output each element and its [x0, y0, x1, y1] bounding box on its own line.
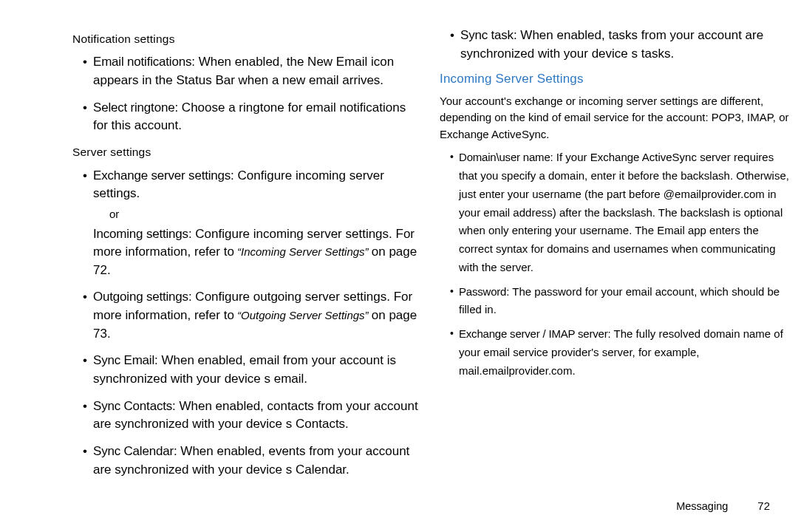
- notification-settings-heading: Notification settings: [72, 31, 423, 47]
- outgoing-settings-term: Outgoing settings: [93, 290, 188, 304]
- footer-section: Messaging: [676, 500, 728, 512]
- list-item: Outgoing settings: Configure outgoing se…: [83, 288, 423, 343]
- list-item: Sync Email: When enabled, email from you…: [83, 352, 423, 388]
- password-term: Password: [459, 285, 506, 298]
- domain-username-term: Domain\user name: [459, 151, 550, 163]
- list-item: Exchange server settings: Configure inco…: [83, 167, 423, 280]
- server-settings-heading: Server settings: [72, 144, 423, 160]
- exchange-imap-server-term: Exchange server / IMAP server: [459, 327, 608, 340]
- sync-contacts-term: Sync Contacts: [93, 399, 172, 413]
- email-notifications-term: Email notifications: [93, 55, 191, 69]
- incoming-settings-xref: “Incoming Server Settings”: [234, 245, 372, 258]
- select-ringtone-term: Select ringtone: [93, 100, 174, 115]
- sync-email-term: Sync Email: [93, 353, 154, 367]
- list-item: Exchange server / IMAP server: The fully…: [450, 325, 791, 380]
- or-label: or: [109, 206, 423, 222]
- sync-task-term: Sync task: [460, 28, 514, 42]
- incoming-server-settings-heading: Incoming Server Settings: [440, 70, 791, 89]
- sync-calendar-term: Sync Calendar: [93, 444, 174, 458]
- notification-settings-list: Email notifications: When enabled, the N…: [72, 53, 423, 135]
- list-item: Email notifications: When enabled, the N…: [83, 53, 423, 89]
- incoming-settings-row: Incoming settings: Configure incoming se…: [93, 225, 423, 280]
- footer-page-number: 72: [757, 499, 770, 512]
- incoming-server-intro: Your account's exchange or incoming serv…: [440, 93, 791, 143]
- page: Notification settings Email notification…: [0, 0, 798, 532]
- exchange-server-settings-term: Exchange server settings: [93, 168, 231, 183]
- password-desc: : The password for your email account, w…: [459, 285, 780, 316]
- list-item: Sync task: When enabled, tasks from your…: [450, 27, 791, 63]
- list-item: Domain\user name: If your Exchange Activ…: [450, 149, 791, 276]
- domain-username-desc: : If your Exchange ActiveSync server req…: [459, 151, 789, 273]
- list-item: Sync Contacts: When enabled, contacts fr…: [83, 398, 423, 434]
- incoming-server-list: Domain\user name: If your Exchange Activ…: [440, 149, 791, 380]
- list-item: Sync Calendar: When enabled, events from…: [83, 443, 423, 479]
- list-item: Select ringtone: Choose a ringtone for e…: [83, 99, 423, 135]
- incoming-settings-term: Incoming settings: [93, 227, 188, 241]
- outgoing-settings-xref: “Outgoing Server Settings”: [234, 309, 372, 321]
- page-footer: Messaging 72: [676, 498, 770, 514]
- list-item: Password: The password for your email ac…: [450, 283, 791, 320]
